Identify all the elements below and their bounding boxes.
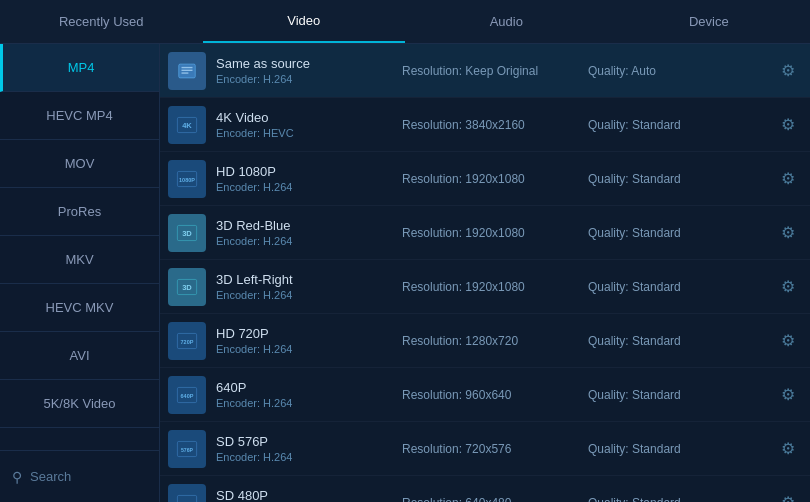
format-quality: Quality: Standard [588,496,774,503]
format-info: HD 720P Encoder: H.264 [216,326,402,355]
format-name: HD 720P [216,326,402,341]
table-row[interactable]: 480P SD 480P Encoder: H.264 Resolution: … [160,476,810,502]
settings-button[interactable]: ⚙ [774,219,802,247]
format-info: 3D Left-Right Encoder: H.264 [216,272,402,301]
format-icon-sd-480p: 480P [168,484,206,503]
format-name: 640P [216,380,402,395]
format-details: Resolution: Keep Original Quality: Auto [402,64,774,78]
format-details: Resolution: 960x640 Quality: Standard [402,388,774,402]
format-resolution: Resolution: 3840x2160 [402,118,588,132]
sidebar-item-hevc-mkv[interactable]: HEVC MKV [0,284,159,332]
format-resolution: Resolution: 960x640 [402,388,588,402]
format-icon-hd-720p: 720P [168,322,206,360]
settings-button[interactable]: ⚙ [774,165,802,193]
svg-text:3D: 3D [182,283,192,292]
search-input[interactable] [30,469,147,484]
settings-button[interactable]: ⚙ [774,489,802,503]
settings-button[interactable]: ⚙ [774,435,802,463]
format-encoder: Encoder: HEVC [216,127,402,139]
format-name: 3D Red-Blue [216,218,402,233]
svg-rect-2 [182,69,193,70]
format-icon-4k-video: 4K [168,106,206,144]
sidebar-item-mkv[interactable]: MKV [0,236,159,284]
table-row[interactable]: 720P HD 720P Encoder: H.264 Resolution: … [160,314,810,368]
format-name: HD 1080P [216,164,402,179]
format-list: Same as source Encoder: H.264 Resolution… [160,44,810,502]
table-row[interactable]: 640P 640P Encoder: H.264 Resolution: 960… [160,368,810,422]
format-quality: Quality: Standard [588,172,774,186]
format-icon-same-as-source [168,52,206,90]
search-icon: ⚲ [12,469,22,485]
format-resolution: Resolution: 640x480 [402,496,588,503]
format-details: Resolution: 1920x1080 Quality: Standard [402,172,774,186]
format-details: Resolution: 1920x1080 Quality: Standard [402,280,774,294]
format-details: Resolution: 1280x720 Quality: Standard [402,334,774,348]
format-icon-640p: 640P [168,376,206,414]
table-row[interactable]: 3D 3D Red-Blue Encoder: H.264 Resolution… [160,206,810,260]
tab-recently-used[interactable]: Recently Used [0,0,203,43]
format-info: SD 576P Encoder: H.264 [216,434,402,463]
format-details: Resolution: 1920x1080 Quality: Standard [402,226,774,240]
format-encoder: Encoder: H.264 [216,181,402,193]
sidebar-items: MP4 HEVC MP4 MOV ProRes MKV HEVC MKV [0,44,159,450]
format-info: HD 1080P Encoder: H.264 [216,164,402,193]
format-info: 640P Encoder: H.264 [216,380,402,409]
format-quality: Quality: Standard [588,280,774,294]
format-icon-3d-left-right: 3D [168,268,206,306]
tab-video[interactable]: Video [203,0,406,43]
format-resolution: Resolution: 1920x1080 [402,280,588,294]
format-resolution: Resolution: 1920x1080 [402,226,588,240]
format-details: Resolution: 720x576 Quality: Standard [402,442,774,456]
svg-text:4K: 4K [182,121,192,130]
sidebar-item-avi[interactable]: AVI [0,332,159,380]
settings-button[interactable]: ⚙ [774,57,802,85]
search-box: ⚲ [0,450,159,502]
format-info: Same as source Encoder: H.264 [216,56,402,85]
format-encoder: Encoder: H.264 [216,397,402,409]
format-encoder: Encoder: H.264 [216,235,402,247]
app-root: Recently Used Video Audio Device MP4 HEV… [0,0,810,502]
table-row[interactable]: 4K 4K Video Encoder: HEVC Resolution: 38… [160,98,810,152]
format-name: 4K Video [216,110,402,125]
format-name: Same as source [216,56,402,71]
format-resolution: Resolution: 1280x720 [402,334,588,348]
svg-text:640P: 640P [181,392,194,398]
format-quality: Quality: Standard [588,226,774,240]
settings-button[interactable]: ⚙ [774,273,802,301]
format-quality: Quality: Standard [588,334,774,348]
format-name: 3D Left-Right [216,272,402,287]
tab-audio[interactable]: Audio [405,0,608,43]
settings-button[interactable]: ⚙ [774,381,802,409]
table-row[interactable]: 1080P HD 1080P Encoder: H.264 Resolution… [160,152,810,206]
sidebar-item-hevc-mp4[interactable]: HEVC MP4 [0,92,159,140]
sidebar: MP4 HEVC MP4 MOV ProRes MKV HEVC MKV [0,44,160,502]
format-details: Resolution: 3840x2160 Quality: Standard [402,118,774,132]
svg-rect-3 [182,72,189,73]
tab-device[interactable]: Device [608,0,811,43]
format-encoder: Encoder: H.264 [216,289,402,301]
format-icon-sd-576p: 576P [168,430,206,468]
format-encoder: Encoder: H.264 [216,451,402,463]
format-info: 4K Video Encoder: HEVC [216,110,402,139]
format-resolution: Resolution: 720x576 [402,442,588,456]
svg-rect-1 [182,66,193,67]
sidebar-item-mov[interactable]: MOV [0,140,159,188]
settings-button[interactable]: ⚙ [774,111,802,139]
format-name: SD 576P [216,434,402,449]
sidebar-item-prores[interactable]: ProRes [0,188,159,236]
settings-button[interactable]: ⚙ [774,327,802,355]
table-row[interactable]: 576P SD 576P Encoder: H.264 Resolution: … [160,422,810,476]
table-row[interactable]: 3D 3D Left-Right Encoder: H.264 Resoluti… [160,260,810,314]
format-quality: Quality: Standard [588,118,774,132]
svg-text:3D: 3D [182,229,192,238]
format-info: SD 480P Encoder: H.264 [216,488,402,502]
table-row[interactable]: Same as source Encoder: H.264 Resolution… [160,44,810,98]
top-tabs: Recently Used Video Audio Device [0,0,810,44]
format-quality: Quality: Auto [588,64,774,78]
sidebar-item-5k8k[interactable]: 5K/8K Video [0,380,159,428]
format-quality: Quality: Standard [588,442,774,456]
format-icon-hd-1080p: 1080P [168,160,206,198]
format-name: SD 480P [216,488,402,502]
format-info: 3D Red-Blue Encoder: H.264 [216,218,402,247]
sidebar-item-mp4[interactable]: MP4 [0,44,159,92]
